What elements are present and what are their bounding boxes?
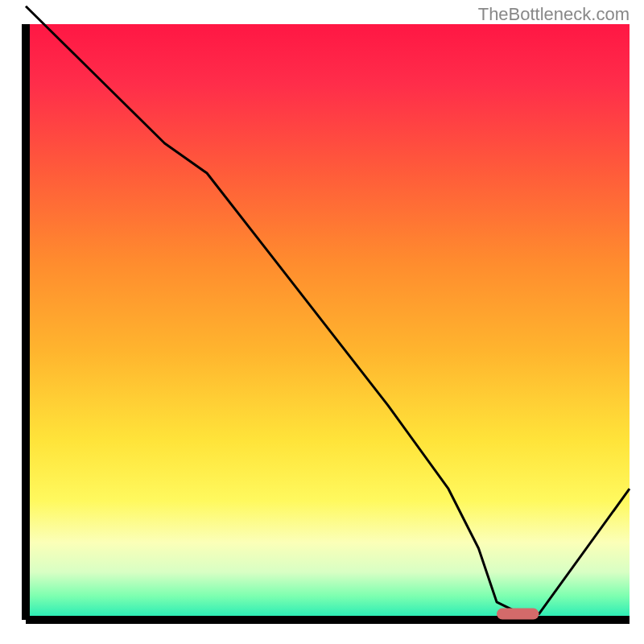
gradient-background xyxy=(26,24,630,620)
chart-svg xyxy=(0,0,644,644)
chart-container: TheBottleneck.com xyxy=(0,0,644,644)
watermark-text: TheBottleneck.com xyxy=(478,4,630,25)
optimal-range-marker xyxy=(497,609,539,620)
